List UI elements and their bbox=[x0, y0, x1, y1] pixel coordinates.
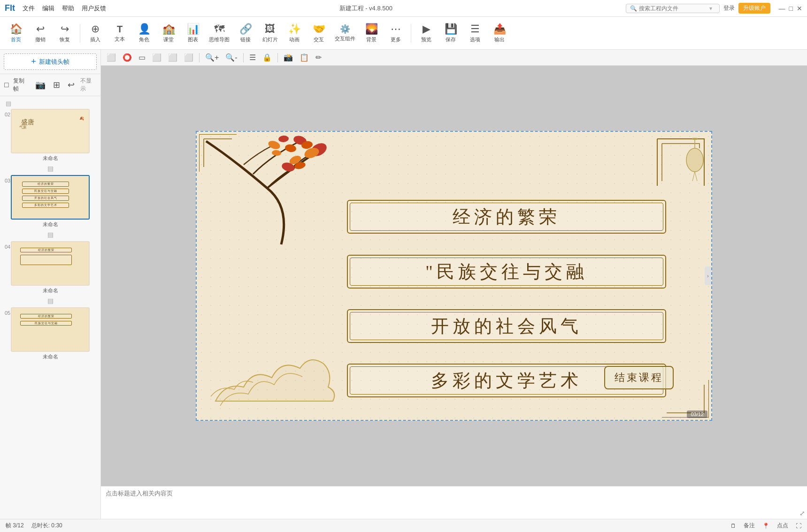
ct-clipboard-icon[interactable]: 📋 bbox=[298, 52, 311, 63]
toolbar-mindmap[interactable]: 🗺 思维导图 bbox=[206, 20, 232, 47]
ct-align-icon[interactable]: ☰ bbox=[247, 52, 258, 63]
close-button[interactable]: ✕ bbox=[797, 5, 802, 12]
toolbar-interact-component[interactable]: ⚙️ 交互组件 bbox=[332, 20, 358, 47]
toolbar-animation[interactable]: ✨ 动画 bbox=[283, 20, 306, 47]
menu-help[interactable]: 帮助 bbox=[62, 4, 74, 13]
undo-icon: ↩ bbox=[36, 23, 45, 35]
ct-circle-icon[interactable]: ⭕ bbox=[121, 52, 134, 63]
point-icon[interactable]: 📍 bbox=[762, 523, 769, 529]
background-icon: 🌄 bbox=[365, 23, 378, 35]
maximize-button[interactable]: □ bbox=[789, 5, 793, 12]
frame-item-02[interactable]: 02 盛唐 气象 🍂 未命名 bbox=[0, 107, 100, 164]
sidebar: + 新建镜头帧 ☐ 复制帧 📷 ⊞ ↩ 不显示 ▤ 02 盛唐 气 bbox=[0, 50, 101, 519]
toolbar-slideshow[interactable]: 🖼 幻灯片 bbox=[259, 20, 281, 47]
frame-label-05: 未命名 bbox=[43, 353, 58, 360]
interact-icon: 🤝 bbox=[313, 23, 325, 35]
login-button[interactable]: 登录 bbox=[723, 4, 735, 12]
ct-lock-icon[interactable]: 🔒 bbox=[261, 52, 274, 63]
frame-thumb-03: 经济的繁荣 民族交往与交融 开放的社会风气 多彩的文学艺术 bbox=[11, 175, 90, 220]
ct-paste-icon[interactable]: ⬜ bbox=[166, 52, 179, 63]
search-box[interactable]: 🔍 ▾ bbox=[626, 4, 720, 13]
toolbar-classroom[interactable]: 🏫 课堂 bbox=[157, 20, 180, 47]
toolbar-home[interactable]: 🏠 首页 bbox=[5, 20, 27, 47]
toolbar-export[interactable]: 📤 输出 bbox=[488, 20, 511, 47]
frames-list: ▤ 02 盛唐 气象 🍂 未命名 ▤ 03 经济的 bbox=[0, 96, 100, 519]
menu-file[interactable]: 文件 bbox=[23, 4, 35, 13]
toolbar-background[interactable]: 🌄 背景 bbox=[360, 20, 383, 47]
ct-zoom-out-icon[interactable]: 🔍- bbox=[223, 52, 239, 63]
copy-frame-icon: ☐ bbox=[4, 82, 9, 89]
ct-rect-icon[interactable]: ▭ bbox=[137, 52, 147, 63]
note-icon[interactable]: 🗒 bbox=[730, 523, 736, 529]
toolbar-text[interactable]: T 文本 bbox=[108, 20, 131, 47]
camera-action-icon[interactable]: 📷 bbox=[33, 79, 47, 91]
toolbar-more[interactable]: ⋯ 更多 bbox=[384, 20, 407, 47]
ct-sep-3 bbox=[277, 53, 278, 62]
toolbar-chart[interactable]: 📊 图表 bbox=[182, 20, 204, 47]
toolbar-options[interactable]: ☰ 选项 bbox=[464, 20, 486, 47]
search-icon: 🔍 bbox=[630, 5, 637, 12]
frame-item-05[interactable]: 05 经济的繁荣 民族交往与交融 未命名 bbox=[0, 305, 100, 362]
ct-select-icon[interactable]: ⬜ bbox=[105, 52, 118, 63]
ct-screenshot-icon[interactable]: 📸 bbox=[282, 52, 295, 63]
statusbar: 帧 3/12 总时长: 0:30 🗒 备注 📍 点点 ⛶ bbox=[0, 519, 807, 532]
toolbar-link[interactable]: 🔗 链接 bbox=[234, 20, 257, 47]
text-icon: T bbox=[117, 24, 123, 35]
toolbar-preview[interactable]: ▶ 预览 bbox=[415, 20, 438, 47]
menu-item-1[interactable]: 经济的繁荣 bbox=[347, 200, 666, 234]
toolbar-separator-2 bbox=[411, 24, 411, 43]
slide-canvas[interactable]: 经济的繁荣 "民族交往与交融 开放的社会风气 多彩的文学艺术 结束课程 03/1… bbox=[101, 66, 807, 486]
classroom-icon: 🏫 bbox=[162, 23, 175, 35]
link-icon: 🔗 bbox=[239, 23, 252, 35]
toolbar-redo[interactable]: ↪ 恢复 bbox=[54, 20, 76, 47]
frame-item-03[interactable]: 03 经济的繁荣 民族交往与交融 开放的社会风气 多彩的文学艺术 未命名 bbox=[0, 173, 100, 230]
fullscreen-icon[interactable]: ⛶ bbox=[796, 523, 801, 529]
menu-item-2[interactable]: "民族交往与交融 bbox=[347, 255, 666, 289]
reset-action-icon[interactable]: ↩ bbox=[66, 79, 77, 91]
end-course-button[interactable]: 结束课程 bbox=[604, 366, 674, 389]
search-dropdown-icon[interactable]: ▾ bbox=[709, 5, 712, 12]
toolbar-save[interactable]: 💾 保存 bbox=[439, 20, 462, 47]
menu-feedback[interactable]: 用户反馈 bbox=[82, 4, 106, 13]
new-frame-button[interactable]: + 新建镜头帧 bbox=[4, 53, 97, 70]
frame-divider-icon-03: ▤ bbox=[0, 230, 100, 239]
statusbar-right: 🗒 备注 📍 点点 ⛶ bbox=[730, 522, 801, 530]
canvas-right-expand[interactable]: › bbox=[705, 266, 711, 285]
note-label[interactable]: 备注 bbox=[744, 522, 755, 530]
canvas-toolbar: ⬜ ⭕ ▭ ⬜ ⬜ ⬜ 🔍+ 🔍- ☰ 🔒 📸 📋 ✏ bbox=[101, 50, 807, 66]
menu-item-3[interactable]: 开放的社会风气 bbox=[347, 309, 666, 343]
minimize-button[interactable]: — bbox=[779, 5, 785, 12]
toolbar-undo[interactable]: ↩ 撤销 bbox=[29, 20, 52, 47]
duration-info: 总时长: 0:30 bbox=[31, 522, 62, 530]
more-icon: ⋯ bbox=[391, 23, 401, 35]
redo-icon: ↪ bbox=[61, 23, 69, 35]
frame-label-02: 未命名 bbox=[43, 155, 58, 162]
note-textarea[interactable] bbox=[106, 489, 802, 516]
save-icon: 💾 bbox=[445, 23, 457, 35]
titlebar-right: 🔍 ▾ 登录 升级账户 — □ ✕ bbox=[626, 3, 802, 14]
frame-item-04[interactable]: 04 经济的繁荣 未命名 bbox=[0, 239, 100, 296]
point-label[interactable]: 点点 bbox=[777, 522, 788, 530]
slide[interactable]: 经济的繁荣 "民族交往与交融 开放的社会风气 多彩的文学艺术 结束课程 03/1… bbox=[196, 131, 712, 421]
frame-divider-icon-04: ▤ bbox=[0, 296, 100, 305]
animation-icon: ✨ bbox=[288, 23, 301, 35]
toolbar-interact[interactable]: 🤝 交互 bbox=[307, 20, 330, 47]
titlebar: FIt 文件 编辑 帮助 用户反馈 新建工程 - v4.8.500 🔍 ▾ 登录… bbox=[0, 0, 807, 17]
grid-action-icon[interactable]: ⊞ bbox=[51, 79, 62, 91]
role-icon: 👤 bbox=[138, 23, 151, 35]
search-input[interactable] bbox=[639, 5, 709, 12]
ct-zoom-in-icon[interactable]: 🔍+ bbox=[203, 52, 221, 63]
menu-edit[interactable]: 编辑 bbox=[42, 4, 54, 13]
ct-sep-1 bbox=[199, 53, 200, 62]
upgrade-button[interactable]: 升级账户 bbox=[738, 3, 770, 14]
ct-edit-icon[interactable]: ✏ bbox=[314, 52, 323, 63]
new-frame-label: 新建镜头帧 bbox=[39, 58, 69, 66]
ct-copy-icon[interactable]: ⬜ bbox=[150, 52, 163, 63]
ct-sep-2 bbox=[243, 53, 244, 62]
export-icon: 📤 bbox=[493, 23, 506, 35]
ct-group-icon[interactable]: ⬜ bbox=[182, 52, 195, 63]
frame-thumb-02: 盛唐 气象 🍂 bbox=[11, 109, 90, 153]
toolbar-insert[interactable]: ⊕ 插入 bbox=[84, 20, 107, 47]
expand-note-icon[interactable]: ⤢ bbox=[799, 509, 805, 517]
toolbar-role[interactable]: 👤 角色 bbox=[133, 20, 155, 47]
